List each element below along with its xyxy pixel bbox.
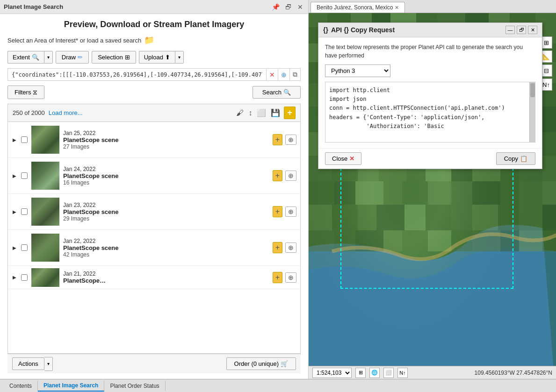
actions-button[interactable]: Actions	[12, 357, 44, 370]
copy-dialog-button[interactable]: Copy 📋	[496, 152, 535, 165]
panel-heading: Preview, Download or Stream Planet Image…	[7, 20, 301, 29]
svg-rect-110	[542, 205, 556, 230]
expand-button[interactable]: ▶	[12, 172, 17, 179]
code-area[interactable]: import http.client import json conn = ht…	[325, 82, 535, 143]
map-identify2-button[interactable]: ⬜	[383, 368, 394, 378]
order-button[interactable]: Order (0 unique) 🛒	[226, 357, 296, 370]
result-add-button[interactable]: +	[273, 134, 282, 145]
filters-button[interactable]: Filters ⧖	[7, 86, 44, 99]
result-checkbox[interactable]	[21, 136, 28, 143]
close-dialog-button[interactable]: Close ✕	[325, 152, 361, 165]
svg-rect-106	[451, 205, 472, 230]
svg-rect-102	[358, 205, 376, 230]
result-locate-button[interactable]: ⊕	[285, 207, 296, 217]
svg-rect-116	[428, 230, 451, 251]
map-direction-button[interactable]: N↑	[397, 368, 408, 378]
svg-rect-91	[355, 181, 383, 205]
sort-tool-button[interactable]: ↕	[247, 108, 253, 118]
close-panel-button[interactable]: ✕	[296, 3, 304, 11]
svg-rect-97	[500, 181, 519, 205]
order-label: Order (0 unique)	[234, 360, 279, 367]
result-name: PlanetScope…	[63, 277, 269, 284]
extent-label: Extent	[13, 54, 30, 61]
result-info: Jan 25, 2022 PlanetScope scene 27 Images	[63, 130, 269, 150]
map-tabbar: Benito Juárez, Sonora, Mexico ✕	[309, 0, 556, 13]
result-locate-button[interactable]: ⊕	[285, 135, 296, 145]
result-checkbox[interactable]	[21, 244, 28, 251]
draw-button[interactable]: Draw ✏	[56, 51, 89, 64]
map-tab[interactable]: Benito Juárez, Sonora, Mexico ✕	[310, 2, 405, 13]
svg-rect-101	[332, 205, 358, 230]
status-tab-planet-image[interactable]: Planet Image Search	[38, 380, 104, 392]
result-info: Jan 24, 2022 PlanetScope scene 16 Images	[63, 166, 269, 186]
expand-button[interactable]: ▶	[12, 244, 17, 251]
result-item: ▶ Jan 22, 2022 PlanetScope scene 42 Imag…	[8, 230, 300, 266]
upload-button[interactable]: Upload ⬆	[139, 51, 175, 64]
api-icon: {}	[323, 26, 328, 34]
extent-button[interactable]: Extent 🔍	[7, 51, 44, 64]
map-tab-close-button[interactable]: ✕	[395, 5, 399, 11]
filters-label: Filters	[14, 89, 31, 96]
svg-rect-95	[451, 181, 472, 205]
result-add-button[interactable]: +	[273, 206, 282, 217]
cart-icon: 🛒	[281, 360, 288, 367]
result-checkbox[interactable]	[21, 208, 28, 215]
add-all-button[interactable]: +	[284, 107, 296, 119]
result-name: PlanetScope scene	[63, 208, 269, 215]
locate-coords-button[interactable]: ⊕	[278, 69, 289, 80]
actions-dropdown-button[interactable]: ▾	[44, 357, 53, 371]
dialog-description: The text below represents the proper Pla…	[325, 43, 535, 60]
paint-tool-button[interactable]: 🖌	[235, 108, 245, 118]
expand-button[interactable]: ▶	[12, 208, 17, 215]
dialog-minimize-button[interactable]: —	[505, 26, 515, 34]
language-select[interactable]: Python 3 cURL JavaScript	[325, 64, 390, 77]
result-add-button[interactable]: +	[273, 170, 282, 181]
save-tool-button[interactable]: 💾	[270, 107, 281, 118]
map-coord-button[interactable]: 🌐	[369, 368, 380, 378]
scale-select[interactable]: 1:524,103	[312, 368, 352, 378]
selection-button[interactable]: Selection ⊞	[92, 51, 136, 64]
result-thumbnail	[31, 162, 59, 190]
map-grid-button[interactable]: ⊞	[355, 368, 366, 378]
dialog-restore-button[interactable]: 🗗	[517, 26, 526, 34]
load-more-link[interactable]: Load more...	[49, 109, 83, 116]
expand-button[interactable]: ▶	[12, 136, 17, 143]
actions-label: Actions	[18, 360, 38, 367]
code-content: import http.client import json conn = ht…	[329, 86, 531, 131]
result-name: PlanetScope scene	[63, 244, 269, 251]
expand-button[interactable]: ▶	[12, 274, 17, 281]
result-date: Jan 24, 2022	[63, 166, 269, 172]
result-name: PlanetScope scene	[63, 172, 269, 179]
clear-coords-button[interactable]: ✕	[266, 69, 278, 80]
status-tab-order[interactable]: Planet Order Status	[104, 381, 165, 391]
result-add-button[interactable]: +	[273, 272, 282, 283]
svg-rect-96	[472, 181, 500, 205]
copy-coords-button[interactable]: ⧉	[289, 69, 300, 80]
result-item: ▶ Jan 25, 2022 PlanetScope scene 27 Imag…	[8, 122, 300, 158]
dialog-title: {} API {} Copy Request	[323, 26, 395, 34]
api-copy-dialog: {} API {} Copy Request — 🗗 ✕ The text be…	[318, 22, 542, 169]
results-count: 250 of 2000	[13, 109, 45, 116]
upload-dropdown-button[interactable]: ▾	[175, 51, 184, 64]
result-item: ▶ Jan 24, 2022 PlanetScope scene 16 Imag…	[8, 158, 300, 194]
restore-button[interactable]: 🗗	[284, 3, 293, 11]
svg-rect-103	[376, 205, 404, 230]
status-tab-contents[interactable]: Contents	[4, 381, 38, 391]
result-locate-button[interactable]: ⊕	[285, 272, 296, 283]
aoi-label: Select an Area of Interest* or load a sa…	[7, 37, 141, 44]
folder-icon[interactable]: 📁	[144, 35, 154, 45]
extent-dropdown-button[interactable]: ▾	[44, 51, 53, 64]
svg-rect-108	[498, 205, 519, 230]
result-locate-button[interactable]: ⊕	[285, 171, 296, 181]
svg-rect-115	[402, 230, 428, 251]
dialog-close-button[interactable]: ✕	[528, 26, 537, 34]
coords-input[interactable]	[8, 69, 266, 80]
result-thumbnail	[31, 268, 59, 287]
pin-button[interactable]: 📌	[270, 3, 281, 11]
result-add-button[interactable]: +	[273, 242, 282, 253]
result-checkbox[interactable]	[21, 172, 28, 179]
result-checkbox[interactable]	[21, 274, 28, 281]
result-locate-button[interactable]: ⊕	[285, 242, 296, 253]
search-button[interactable]: Search 🔍	[253, 86, 301, 99]
identify-tool-button[interactable]: ⬜	[256, 107, 267, 118]
